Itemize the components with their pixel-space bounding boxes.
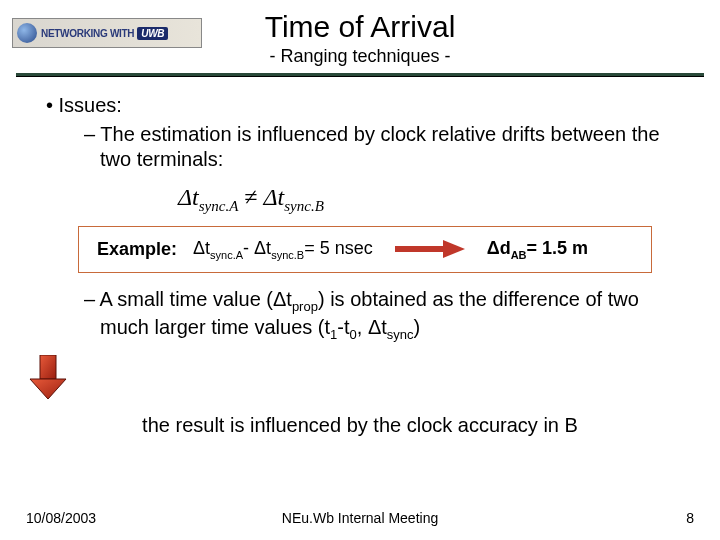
- slide-header: NETWORKING WITH UWB Time of Arrival - Ra…: [0, 0, 720, 77]
- bullet-issues: Issues:: [46, 93, 692, 118]
- example-lhs: Δtsync.A- Δtsync.B= 5 nsec: [193, 237, 373, 262]
- b2-pre: A small time value (Δt: [100, 288, 292, 310]
- ex-sub2: sync.B: [271, 248, 304, 260]
- footer-meeting: NEu.Wb Internal Meeting: [0, 510, 720, 526]
- conclusion-text: the result is influenced by the clock ac…: [68, 413, 652, 438]
- ex-req: = 1.5 m: [527, 238, 589, 258]
- b2-mid3: , Δt: [357, 316, 387, 338]
- formula-neq: ≠: [244, 184, 257, 210]
- slide-footer: 10/08/2003 NEu.Wb Internal Meeting 8: [0, 510, 720, 526]
- svg-rect-0: [395, 246, 443, 252]
- logo-text-b: UWB: [137, 27, 168, 40]
- arrow-right-icon: [395, 240, 465, 258]
- svg-marker-3: [30, 379, 66, 399]
- b2-sub3: 0: [350, 327, 357, 342]
- logo-text-a: NETWORKING WITH: [41, 28, 134, 39]
- globe-icon: [17, 23, 37, 43]
- slide-content: Issues: The estimation is influenced by …: [0, 77, 720, 438]
- svg-rect-2: [40, 355, 56, 379]
- bullet-drift: The estimation is influenced by clock re…: [84, 122, 692, 172]
- b2-sub1: prop: [292, 299, 318, 314]
- networking-uwb-logo: NETWORKING WITH UWB: [12, 18, 202, 48]
- ex-minus: - Δt: [243, 238, 271, 258]
- formula-dt2: Δt: [264, 184, 285, 210]
- ex-dt1: Δt: [193, 238, 210, 258]
- example-box: Example: Δtsync.A- Δtsync.B= 5 nsec ΔdAB…: [78, 226, 652, 273]
- ex-rsub: AB: [511, 248, 527, 260]
- b2-mid2: -t: [337, 316, 349, 338]
- b2-end: ): [414, 316, 421, 338]
- formula-sub-a: sync.A: [199, 198, 239, 214]
- b2-sub4: sync: [387, 327, 414, 342]
- formula-sub-b: sync.B: [284, 198, 324, 214]
- formula-sync-inequality: Δtsync.A ≠ Δtsync.B: [178, 182, 692, 216]
- slide-subtitle: - Ranging techniques -: [0, 46, 720, 67]
- example-rhs: ΔdAB= 1.5 m: [487, 237, 588, 262]
- bullet-small-time: A small time value (Δtprop) is obtained …: [84, 287, 692, 344]
- arrow-down-icon: [28, 355, 68, 399]
- formula-dt1: Δt: [178, 184, 199, 210]
- ex-rd: Δd: [487, 238, 511, 258]
- svg-marker-1: [443, 240, 465, 258]
- example-label: Example:: [97, 238, 177, 261]
- ex-eq: = 5 nsec: [304, 238, 373, 258]
- ex-sub1: sync.A: [210, 248, 243, 260]
